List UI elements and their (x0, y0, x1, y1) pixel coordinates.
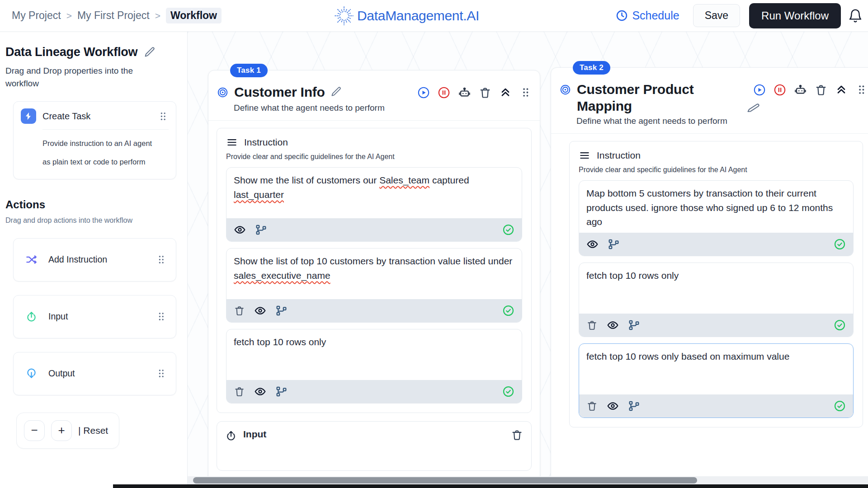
eye-icon[interactable] (586, 238, 599, 250)
edit-task-pencil-icon[interactable] (330, 85, 342, 102)
instruction-toolbar (579, 233, 853, 256)
task-title: Customer Product Mapping (577, 81, 726, 114)
task-toolbar (417, 86, 532, 99)
breadcrumb-my-project[interactable]: My Project (12, 9, 61, 22)
save-button[interactable]: Save (693, 4, 740, 27)
agent-robot-icon[interactable] (794, 83, 807, 96)
delete-task-trash-icon[interactable] (815, 84, 827, 96)
instruction-toolbar (579, 314, 853, 337)
edit-task-pencil-icon[interactable] (745, 101, 761, 117)
instruction-text[interactable]: fetch top 10 rows only based on maximum … (579, 344, 853, 394)
collapse-chevrons-up-icon[interactable] (499, 86, 512, 99)
delete-task-trash-icon[interactable] (479, 86, 491, 99)
drag-handle-icon[interactable] (156, 254, 167, 265)
pause-task-icon[interactable] (774, 84, 786, 96)
instruction-box[interactable]: fetch top 10 rows only based on maximum … (579, 343, 854, 418)
trash-icon[interactable] (586, 319, 598, 331)
action-card-add-instruction[interactable]: Add Instruction (13, 238, 176, 282)
instruction-text[interactable]: Show the list of top 10 customers by tra… (226, 249, 522, 299)
pause-task-icon[interactable] (438, 86, 450, 99)
input-section[interactable]: Input (217, 421, 532, 471)
instruction-text[interactable]: Map bottom 5 customers by transaction to… (579, 181, 853, 233)
brand-name: DataManagement.AI (357, 8, 479, 23)
action-card-input[interactable]: Input (13, 295, 176, 338)
drag-handle-icon[interactable] (156, 311, 167, 322)
eye-icon[interactable] (254, 305, 266, 317)
instruction-box[interactable]: Show the list of top 10 customers by tra… (226, 248, 522, 323)
eye-icon[interactable] (607, 319, 619, 331)
actions-heading: Actions (5, 198, 182, 211)
breadcrumb-workflow[interactable]: Workflow (166, 8, 222, 23)
instruction-box[interactable]: Map bottom 5 customers by transaction to… (579, 180, 854, 256)
instruction-heading: Instruction (597, 150, 641, 161)
eye-icon[interactable] (234, 224, 246, 236)
horizontal-scrollbar-thumb[interactable] (193, 477, 697, 483)
instruction-text[interactable]: Show me the list of customers our Sales_… (226, 168, 522, 218)
shuffle-icon (25, 253, 38, 266)
instruction-box[interactable]: fetch top 10 rows only (579, 263, 854, 337)
zoom-out-button[interactable]: − (24, 420, 45, 441)
agent-robot-icon[interactable] (458, 86, 471, 99)
check-circle-icon (502, 305, 514, 317)
branch-icon[interactable] (608, 238, 620, 250)
misspelled-word: last_quarter (234, 189, 284, 200)
trash-icon[interactable] (234, 305, 245, 316)
instruction-toolbar (226, 299, 522, 322)
run-task-play-icon[interactable] (753, 84, 766, 96)
hamburger-icon[interactable] (579, 150, 590, 161)
instruction-text[interactable]: fetch top 10 rows only (579, 263, 853, 314)
delete-input-trash-icon[interactable] (511, 429, 523, 441)
action-label: Output (48, 368, 156, 379)
branch-icon[interactable] (275, 305, 288, 317)
branch-icon[interactable] (628, 400, 640, 412)
breadcrumb-separator: > (66, 10, 72, 21)
instruction-box[interactable]: Show me the list of customers our Sales_… (226, 167, 522, 242)
input-section-label: Input (243, 429, 266, 440)
task-subtitle: Define what the agent needs to perform (234, 103, 532, 113)
task-subtitle: Define what the agent needs to perform (576, 116, 868, 126)
brand-logo: DataManagement.AI (334, 0, 479, 32)
instruction-box[interactable]: fetch top 10 rows only (226, 329, 522, 404)
zoom-reset-button[interactable]: | Reset (78, 425, 108, 436)
starburst-logo-icon (334, 5, 354, 26)
create-task-label: Create Task (42, 111, 151, 122)
horizontal-scrollbar-track[interactable] (188, 476, 868, 484)
drag-handle-icon[interactable] (156, 368, 167, 379)
breadcrumb-my-first-project[interactable]: My First Project (77, 9, 150, 22)
instruction-toolbar (226, 380, 522, 403)
instruction-text[interactable]: fetch top 10 rows only (226, 329, 522, 380)
schedule-label: Schedule (632, 9, 679, 22)
breadcrumb-separator: > (155, 10, 160, 21)
run-workflow-button[interactable]: Run Workflow (749, 3, 841, 28)
upload-icon (225, 430, 237, 441)
task-card-customer-info[interactable]: Task 1 Customer Info Define what the age… (208, 70, 540, 488)
drag-handle-icon[interactable] (855, 84, 868, 96)
drag-handle-icon[interactable] (519, 86, 532, 99)
create-task-description: Provide instruction to an AI agent as pl… (42, 134, 160, 171)
topbar: My Project > My First Project > Workflow (0, 0, 868, 32)
eye-icon[interactable] (254, 385, 266, 398)
task-title: Customer Info (234, 84, 342, 101)
clock-icon (616, 9, 628, 22)
edit-title-pencil-icon[interactable] (144, 47, 156, 58)
download-icon (25, 367, 38, 380)
task-card-customer-product-mapping[interactable]: Task 2 Customer Product Mapping Define w… (551, 67, 868, 488)
run-task-play-icon[interactable] (417, 86, 430, 99)
bell-icon[interactable] (848, 9, 863, 23)
trash-icon[interactable] (586, 400, 598, 412)
eye-icon[interactable] (607, 400, 619, 412)
branch-icon[interactable] (275, 385, 288, 398)
hamburger-icon[interactable] (226, 136, 238, 148)
branch-icon[interactable] (628, 319, 640, 331)
divider (551, 133, 868, 134)
drag-handle-icon[interactable] (157, 111, 169, 122)
collapse-chevrons-up-icon[interactable] (835, 84, 848, 96)
trash-icon[interactable] (234, 386, 245, 397)
zoom-in-button[interactable]: + (51, 420, 72, 441)
schedule-button[interactable]: Schedule (616, 9, 679, 22)
branch-icon[interactable] (255, 224, 267, 236)
action-card-output[interactable]: Output (13, 352, 176, 395)
workflow-canvas[interactable]: Task 1 Customer Info Define what the age… (188, 32, 868, 488)
bottom-edge-bar (113, 484, 868, 488)
create-task-card[interactable]: Create Task Provide instruction to an AI… (13, 101, 176, 179)
